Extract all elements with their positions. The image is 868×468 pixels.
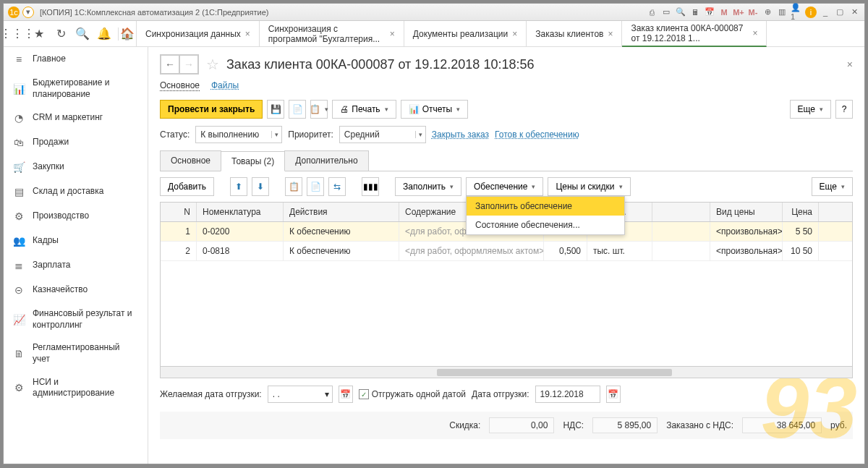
provision-state-item[interactable]: Состояние обеспечения...: [467, 216, 624, 234]
m-plus-icon[interactable]: M+: [733, 7, 744, 18]
m-icon[interactable]: M: [718, 7, 730, 18]
barcode-button[interactable]: ▮▮▮: [362, 177, 379, 196]
col-n[interactable]: N: [161, 203, 197, 221]
sidebar-item-payroll[interactable]: ≣Зарплата: [4, 253, 148, 278]
post-button[interactable]: 📄: [289, 100, 306, 119]
help-button[interactable]: ?: [835, 100, 853, 119]
copy-button[interactable]: 📋: [285, 177, 302, 196]
document-tabs: Синхронизация данных× Синхронизация с пр…: [136, 21, 767, 47]
close-window-icon[interactable]: ✕: [848, 7, 860, 18]
create-based-button[interactable]: 📋▾: [310, 100, 328, 119]
back-button[interactable]: ←: [161, 55, 179, 74]
close-icon[interactable]: ×: [390, 29, 395, 39]
apps-icon[interactable]: ⋮⋮⋮: [11, 27, 24, 41]
cart-icon: 🛒: [12, 161, 25, 174]
restore-icon[interactable]: ▢: [834, 7, 846, 18]
provision-button[interactable]: Обеспечение▾: [466, 177, 543, 196]
add-button[interactable]: Добавить: [160, 177, 214, 196]
sidebar-item-finance[interactable]: 📈Финансовый результат и контроллинг: [4, 302, 148, 336]
close-page-icon[interactable]: ×: [847, 59, 853, 70]
move-down-button[interactable]: ⬇: [252, 177, 269, 196]
search-top-icon[interactable]: 🔍: [76, 27, 89, 41]
history-icon[interactable]: ↻: [54, 27, 67, 41]
tab-sync-data[interactable]: Синхронизация данных×: [137, 21, 260, 47]
tab-orders[interactable]: Заказы клиентов×: [527, 21, 622, 47]
move-up-button[interactable]: ⬆: [230, 177, 247, 196]
tab-current-order[interactable]: Заказ клиента 00КА-000087 от 19.12.2018 …: [622, 21, 767, 47]
zoom-icon[interactable]: ⊕: [762, 7, 773, 18]
close-icon[interactable]: ×: [752, 28, 757, 38]
calendar-icon[interactable]: 📅: [339, 386, 353, 403]
desired-ship-date-input[interactable]: . .▾: [268, 386, 333, 403]
minimize-icon[interactable]: _: [820, 7, 831, 18]
window-title: [КОПИЯ] 1С:Комплексная автоматизация 2 (…: [40, 8, 269, 17]
subnav: Основное Файлы: [160, 80, 853, 91]
reports-button[interactable]: 📊 Отчеты▾: [401, 100, 468, 119]
close-icon[interactable]: ×: [245, 29, 250, 39]
more-button[interactable]: Еще▾: [790, 100, 831, 119]
col-nom[interactable]: Номенклатура: [197, 203, 284, 221]
fav-icon[interactable]: ★: [33, 27, 46, 41]
calendar-icon[interactable]: 📅: [606, 386, 621, 403]
preview-icon[interactable]: ▭: [660, 7, 672, 18]
print-icon[interactable]: ⎙: [646, 7, 658, 18]
user-icon[interactable]: 👤1: [791, 7, 802, 18]
calc-icon[interactable]: 🖩: [689, 7, 701, 18]
subnav-main[interactable]: Основное: [160, 80, 200, 91]
share-button[interactable]: ⇆: [328, 177, 346, 196]
print-button[interactable]: 🖨 Печать▾: [332, 100, 396, 119]
budget-icon: 📊: [12, 82, 25, 95]
m-minus-icon[interactable]: M-: [747, 7, 759, 18]
tab-sales-docs[interactable]: Документы реализации×: [404, 21, 527, 47]
inner-tab-goods[interactable]: Товары (2): [221, 151, 285, 171]
sidebar-item-crm[interactable]: ◔CRM и маркетинг: [4, 106, 148, 130]
single-date-checkbox[interactable]: ✓ Отгружать одной датой: [359, 389, 466, 399]
info-icon[interactable]: i: [805, 7, 817, 18]
sidebar-item-production[interactable]: ⚙Производство: [4, 204, 148, 229]
sidebar-item-accounting[interactable]: 🗎Регламентированный учет: [4, 336, 148, 370]
tab-sync-accounting[interactable]: Синхронизация с программой "Бухгалтерия.…: [260, 21, 404, 47]
post-and-close-button[interactable]: Провести и закрыть: [160, 100, 263, 119]
sidebar-item-main[interactable]: ≡Главное: [4, 47, 148, 72]
close-icon[interactable]: ×: [512, 29, 517, 39]
paste-button[interactable]: 📄: [307, 177, 324, 196]
horizontal-scrollbar[interactable]: [161, 366, 852, 378]
priority-select[interactable]: Средний: [339, 126, 426, 143]
action-bar: Провести и закрыть 💾 📄 📋▾ 🖨 Печать▾ 📊 От…: [160, 100, 853, 119]
home-icon[interactable]: 🏠: [118, 27, 136, 41]
prices-button[interactable]: Цены и скидки▾: [548, 177, 630, 196]
save-button[interactable]: 💾: [267, 100, 284, 119]
col-price[interactable]: Цена: [783, 203, 819, 221]
col-ptype[interactable]: Вид цены: [710, 203, 783, 221]
table-row[interactable]: 2 0-0818 К обеспечению <для работ, оформ…: [161, 242, 852, 261]
totals-row: Скидка: 0,00 НДС: 5 895,00 Заказано с НД…: [160, 412, 853, 439]
sidebar-item-hr[interactable]: 👥Кадры: [4, 229, 148, 253]
inner-tab-main[interactable]: Основное: [160, 150, 221, 171]
calendar-icon[interactable]: 📅: [704, 7, 715, 18]
panel-icon[interactable]: ▥: [776, 7, 788, 18]
inner-tab-extra[interactable]: Дополнительно: [284, 150, 368, 171]
table-more-button[interactable]: Еще▾: [812, 177, 853, 196]
actual-ship-date-input[interactable]: 19.12.2018: [535, 386, 600, 403]
sidebar-item-warehouse[interactable]: ▤Склад и доставка: [4, 179, 148, 204]
sidebar-item-treasury[interactable]: ⊝Казначейство: [4, 278, 148, 302]
status-label: Статус:: [160, 129, 190, 140]
col-act[interactable]: Действия: [284, 203, 399, 221]
search-icon[interactable]: 🔍: [675, 7, 686, 18]
close-order-link[interactable]: Закрыть заказ: [432, 129, 489, 140]
dropdown-icon[interactable]: ▾: [22, 7, 34, 18]
sidebar-item-budget[interactable]: 📊Бюджетирование и планирование: [4, 72, 148, 106]
status-select[interactable]: К выполнению: [195, 126, 282, 143]
sidebar-item-admin[interactable]: ⚙НСИ и администрирование: [4, 371, 148, 405]
col-blank[interactable]: [652, 203, 710, 221]
close-icon[interactable]: ×: [608, 29, 613, 39]
subnav-files[interactable]: Файлы: [211, 80, 239, 91]
fill-provision-item[interactable]: Заполнить обеспечение: [467, 197, 624, 216]
notifications-icon[interactable]: 🔔: [98, 27, 111, 41]
favorite-button[interactable]: ☆: [206, 56, 219, 73]
sidebar-item-purchases[interactable]: 🛒Закупки: [4, 155, 148, 179]
fill-button[interactable]: Заполнить▾: [395, 177, 461, 196]
forward-button[interactable]: →: [179, 55, 198, 74]
ready-provision-link[interactable]: Готов к обеспечению: [495, 129, 579, 140]
sidebar-item-sales[interactable]: 🛍Продажи: [4, 130, 148, 155]
